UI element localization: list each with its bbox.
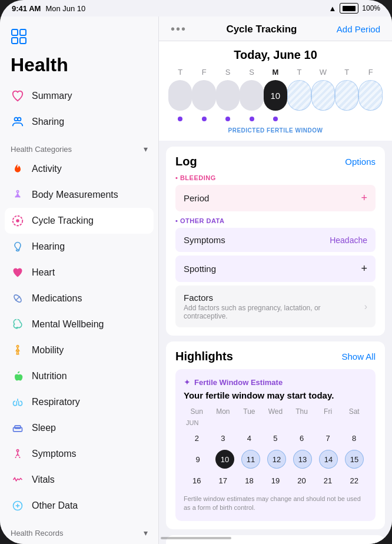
cal-label-sun: Sun — [186, 407, 207, 416]
activity-label: Activity — [32, 164, 62, 174]
period-add-icon[interactable]: + — [361, 192, 367, 204]
symptoms-icon — [11, 447, 25, 461]
cal-cell-12: 12 — [267, 450, 286, 469]
sidebar-item-mental-wellbeing[interactable]: Mental Wellbeing — [0, 311, 158, 337]
period-dot-t1 — [178, 117, 182, 121]
dot-f — [192, 113, 215, 124]
brain-icon — [11, 317, 25, 331]
mini-cal-week-2: 9 10 11 12 13 14 15 — [184, 450, 367, 469]
day-label-t3: T — [335, 68, 358, 77]
factors-text-group: Factors Add factors such as pregnancy, l… — [184, 293, 364, 320]
fertile-disclaimer: Fertile window estimates may change and … — [184, 495, 367, 513]
mobility-icon — [11, 343, 25, 357]
sidebar-item-cycle-tracking[interactable]: Cycle Tracking — [5, 208, 154, 234]
sidebar-item-medications[interactable]: Medications — [0, 286, 158, 311]
day-circle-m-today[interactable]: 10 — [264, 80, 287, 111]
cal-cell-9: 9 — [187, 450, 208, 469]
cal-cell-18: 18 — [238, 471, 260, 490]
sidebar-item-respiratory[interactable]: Respiratory — [0, 389, 158, 415]
sidebar-item-summary[interactable]: Summary — [0, 83, 158, 109]
highlights-section: Highlights Show All ✦ Fertile Window Est… — [166, 341, 385, 529]
bleeding-label: • BLEEDING — [175, 174, 376, 181]
cal-cell-8: 8 — [344, 429, 365, 447]
period-dot-f — [202, 117, 207, 121]
sleep-icon — [11, 421, 25, 435]
fertile-card-title: Fertile Window Estimate — [194, 378, 283, 387]
cal-cell-13: 13 — [293, 450, 312, 469]
spotting-row[interactable]: Spotting + — [175, 256, 376, 282]
day-circle-s2[interactable] — [240, 80, 263, 111]
sidebar-grid-icon — [11, 28, 27, 45]
show-all-button[interactable]: Show All — [341, 351, 376, 361]
factors-row[interactable]: Factors Add factors such as pregnancy, l… — [175, 286, 376, 327]
day-circle-w[interactable] — [311, 80, 335, 111]
dot-t2 — [287, 113, 311, 124]
dot-f2 — [359, 113, 383, 124]
period-row[interactable]: Period + — [175, 185, 376, 211]
symptoms-row[interactable]: Symptoms Headache — [175, 228, 376, 252]
date-header: Today, June 10 — [159, 41, 392, 65]
people-icon — [11, 115, 25, 129]
health-records-label: Health Records — [11, 529, 64, 538]
spotting-label: Spotting — [184, 264, 216, 274]
dot-s2 — [240, 113, 263, 124]
day-circle-t2[interactable] — [287, 80, 311, 111]
day-circle-t1[interactable] — [168, 80, 192, 111]
sidebar-item-nutrition[interactable]: Nutrition — [0, 363, 158, 389]
spotting-add-icon[interactable]: + — [361, 263, 367, 275]
cal-label-mon: Mon — [212, 407, 234, 416]
health-records-chevron-icon[interactable]: ▾ — [144, 528, 148, 538]
dot-m — [264, 113, 287, 124]
options-button[interactable]: Options — [345, 157, 376, 167]
dots-menu-icon[interactable]: ••• — [171, 22, 187, 36]
day-label-s1: S — [216, 68, 240, 77]
cal-cell-16: 16 — [186, 471, 207, 490]
fertile-card-description: Your fertile window may start today. — [184, 390, 367, 400]
dot-t1 — [168, 113, 192, 124]
day-circle-t3[interactable] — [335, 80, 358, 111]
main-content: ••• Cycle Tracking Add Period Today, Jun… — [159, 16, 392, 544]
sidebar-item-heart[interactable]: Heart — [0, 260, 158, 286]
mini-cal-week-3: 16 17 18 19 20 21 22 — [184, 471, 367, 490]
sidebar-item-mobility[interactable]: Mobility — [0, 337, 158, 363]
health-records-section-header: Health Records ▾ — [0, 523, 158, 540]
sidebar-item-sharing[interactable]: Sharing — [0, 109, 158, 135]
sparkle-icon: ✦ — [184, 377, 191, 387]
battery-percent: 100% — [362, 4, 380, 12]
sidebar-item-add-account[interactable]: Add Account — [0, 540, 158, 544]
dot-s1 — [216, 113, 240, 124]
day-circle-s1[interactable] — [216, 80, 240, 111]
cycle-icon — [11, 214, 25, 228]
sidebar-item-symptoms[interactable]: Symptoms — [0, 441, 158, 467]
medications-label: Medications — [32, 293, 82, 304]
sidebar-item-sleep[interactable]: Sleep — [0, 415, 158, 441]
day-label-t2: T — [287, 68, 311, 77]
cal-cell-5: 5 — [265, 429, 286, 447]
highlights-header: Highlights Show All — [175, 350, 376, 363]
day-label-f: F — [192, 68, 215, 77]
categories-chevron-icon[interactable]: ▾ — [144, 144, 148, 154]
sidebar-item-other-data[interactable]: Other Data — [0, 493, 158, 519]
symptoms-row-label: Symptoms — [184, 235, 225, 245]
svg-point-11 — [16, 346, 18, 347]
svg-rect-0 — [12, 29, 18, 35]
sidebar-item-activity[interactable]: Activity — [0, 156, 158, 182]
sidebar-item-vitals[interactable]: Vitals — [0, 467, 158, 493]
symptoms-value: Headache — [330, 235, 367, 245]
day-circle-f[interactable] — [192, 80, 215, 111]
sidebar-item-body-measurements[interactable]: Body Measurements — [0, 182, 158, 208]
factors-sub-text: Add factors such as pregnancy, lactation… — [184, 304, 364, 320]
dot-t3 — [335, 113, 358, 124]
cal-cell-2: 2 — [186, 429, 207, 447]
day-label-m: M — [264, 68, 287, 77]
period-label: Period — [184, 193, 209, 203]
day-label-w: W — [311, 68, 335, 77]
factors-chevron-icon: › — [364, 301, 367, 312]
nutrition-label: Nutrition — [32, 371, 67, 382]
day-circle-f2[interactable] — [358, 80, 382, 111]
hearing-label: Hearing — [32, 241, 65, 252]
sidebar-item-hearing[interactable]: Hearing — [0, 234, 158, 260]
add-period-button[interactable]: Add Period — [337, 24, 380, 34]
content-header: ••• Cycle Tracking Add Period — [159, 16, 392, 41]
sharing-label: Sharing — [32, 117, 64, 127]
